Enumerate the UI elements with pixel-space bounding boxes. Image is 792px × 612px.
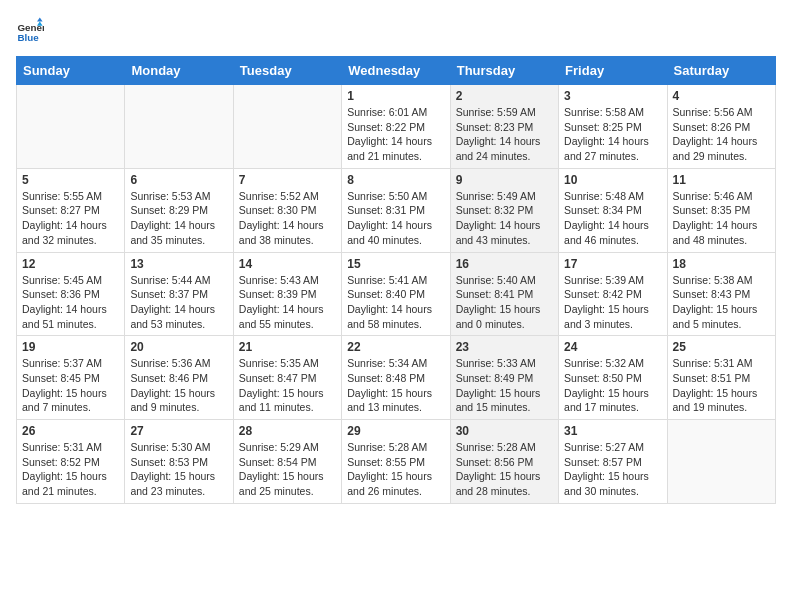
- day-number: 31: [564, 424, 661, 438]
- weekday-header-row: SundayMondayTuesdayWednesdayThursdayFrid…: [17, 57, 776, 85]
- calendar-table: SundayMondayTuesdayWednesdayThursdayFrid…: [16, 56, 776, 504]
- weekday-header-tuesday: Tuesday: [233, 57, 341, 85]
- day-info: Sunrise: 5:50 AM Sunset: 8:31 PM Dayligh…: [347, 189, 444, 248]
- calendar-cell: 21Sunrise: 5:35 AM Sunset: 8:47 PM Dayli…: [233, 336, 341, 420]
- calendar-week-5: 26Sunrise: 5:31 AM Sunset: 8:52 PM Dayli…: [17, 420, 776, 504]
- day-info: Sunrise: 5:28 AM Sunset: 8:56 PM Dayligh…: [456, 440, 553, 499]
- calendar-cell: [125, 85, 233, 169]
- day-number: 6: [130, 173, 227, 187]
- day-info: Sunrise: 5:49 AM Sunset: 8:32 PM Dayligh…: [456, 189, 553, 248]
- day-number: 19: [22, 340, 119, 354]
- day-number: 27: [130, 424, 227, 438]
- calendar-cell: 10Sunrise: 5:48 AM Sunset: 8:34 PM Dayli…: [559, 168, 667, 252]
- day-number: 29: [347, 424, 444, 438]
- calendar-cell: 1Sunrise: 6:01 AM Sunset: 8:22 PM Daylig…: [342, 85, 450, 169]
- calendar-cell: 31Sunrise: 5:27 AM Sunset: 8:57 PM Dayli…: [559, 420, 667, 504]
- day-info: Sunrise: 5:56 AM Sunset: 8:26 PM Dayligh…: [673, 105, 770, 164]
- day-info: Sunrise: 5:38 AM Sunset: 8:43 PM Dayligh…: [673, 273, 770, 332]
- calendar-cell: 13Sunrise: 5:44 AM Sunset: 8:37 PM Dayli…: [125, 252, 233, 336]
- day-number: 15: [347, 257, 444, 271]
- day-number: 30: [456, 424, 553, 438]
- day-info: Sunrise: 6:01 AM Sunset: 8:22 PM Dayligh…: [347, 105, 444, 164]
- day-info: Sunrise: 5:32 AM Sunset: 8:50 PM Dayligh…: [564, 356, 661, 415]
- day-number: 9: [456, 173, 553, 187]
- day-info: Sunrise: 5:37 AM Sunset: 8:45 PM Dayligh…: [22, 356, 119, 415]
- calendar-cell: 4Sunrise: 5:56 AM Sunset: 8:26 PM Daylig…: [667, 85, 775, 169]
- day-number: 1: [347, 89, 444, 103]
- day-info: Sunrise: 5:29 AM Sunset: 8:54 PM Dayligh…: [239, 440, 336, 499]
- day-number: 5: [22, 173, 119, 187]
- calendar-cell: [233, 85, 341, 169]
- calendar-cell: [17, 85, 125, 169]
- day-info: Sunrise: 5:30 AM Sunset: 8:53 PM Dayligh…: [130, 440, 227, 499]
- calendar-cell: 6Sunrise: 5:53 AM Sunset: 8:29 PM Daylig…: [125, 168, 233, 252]
- day-number: 21: [239, 340, 336, 354]
- calendar-cell: 25Sunrise: 5:31 AM Sunset: 8:51 PM Dayli…: [667, 336, 775, 420]
- calendar-cell: 28Sunrise: 5:29 AM Sunset: 8:54 PM Dayli…: [233, 420, 341, 504]
- calendar-cell: 14Sunrise: 5:43 AM Sunset: 8:39 PM Dayli…: [233, 252, 341, 336]
- day-info: Sunrise: 5:45 AM Sunset: 8:36 PM Dayligh…: [22, 273, 119, 332]
- day-number: 22: [347, 340, 444, 354]
- calendar-cell: 20Sunrise: 5:36 AM Sunset: 8:46 PM Dayli…: [125, 336, 233, 420]
- day-info: Sunrise: 5:31 AM Sunset: 8:51 PM Dayligh…: [673, 356, 770, 415]
- day-number: 25: [673, 340, 770, 354]
- day-info: Sunrise: 5:33 AM Sunset: 8:49 PM Dayligh…: [456, 356, 553, 415]
- calendar-cell: 27Sunrise: 5:30 AM Sunset: 8:53 PM Dayli…: [125, 420, 233, 504]
- day-info: Sunrise: 5:46 AM Sunset: 8:35 PM Dayligh…: [673, 189, 770, 248]
- day-number: 12: [22, 257, 119, 271]
- weekday-header-monday: Monday: [125, 57, 233, 85]
- svg-text:Blue: Blue: [17, 32, 39, 43]
- calendar-cell: 3Sunrise: 5:58 AM Sunset: 8:25 PM Daylig…: [559, 85, 667, 169]
- day-info: Sunrise: 5:28 AM Sunset: 8:55 PM Dayligh…: [347, 440, 444, 499]
- day-info: Sunrise: 5:39 AM Sunset: 8:42 PM Dayligh…: [564, 273, 661, 332]
- day-info: Sunrise: 5:36 AM Sunset: 8:46 PM Dayligh…: [130, 356, 227, 415]
- day-number: 24: [564, 340, 661, 354]
- calendar-cell: 11Sunrise: 5:46 AM Sunset: 8:35 PM Dayli…: [667, 168, 775, 252]
- day-info: Sunrise: 5:41 AM Sunset: 8:40 PM Dayligh…: [347, 273, 444, 332]
- day-number: 8: [347, 173, 444, 187]
- calendar-cell: 5Sunrise: 5:55 AM Sunset: 8:27 PM Daylig…: [17, 168, 125, 252]
- day-number: 18: [673, 257, 770, 271]
- day-info: Sunrise: 5:58 AM Sunset: 8:25 PM Dayligh…: [564, 105, 661, 164]
- calendar-week-3: 12Sunrise: 5:45 AM Sunset: 8:36 PM Dayli…: [17, 252, 776, 336]
- day-number: 3: [564, 89, 661, 103]
- calendar-cell: 30Sunrise: 5:28 AM Sunset: 8:56 PM Dayli…: [450, 420, 558, 504]
- day-number: 13: [130, 257, 227, 271]
- day-number: 23: [456, 340, 553, 354]
- logo: General Blue: [16, 16, 48, 44]
- day-info: Sunrise: 5:44 AM Sunset: 8:37 PM Dayligh…: [130, 273, 227, 332]
- day-info: Sunrise: 5:40 AM Sunset: 8:41 PM Dayligh…: [456, 273, 553, 332]
- day-info: Sunrise: 5:43 AM Sunset: 8:39 PM Dayligh…: [239, 273, 336, 332]
- calendar-cell: 24Sunrise: 5:32 AM Sunset: 8:50 PM Dayli…: [559, 336, 667, 420]
- calendar-cell: 9Sunrise: 5:49 AM Sunset: 8:32 PM Daylig…: [450, 168, 558, 252]
- day-info: Sunrise: 5:52 AM Sunset: 8:30 PM Dayligh…: [239, 189, 336, 248]
- calendar-cell: 16Sunrise: 5:40 AM Sunset: 8:41 PM Dayli…: [450, 252, 558, 336]
- day-info: Sunrise: 5:34 AM Sunset: 8:48 PM Dayligh…: [347, 356, 444, 415]
- day-info: Sunrise: 5:27 AM Sunset: 8:57 PM Dayligh…: [564, 440, 661, 499]
- calendar-cell: 8Sunrise: 5:50 AM Sunset: 8:31 PM Daylig…: [342, 168, 450, 252]
- day-number: 28: [239, 424, 336, 438]
- calendar-cell: 15Sunrise: 5:41 AM Sunset: 8:40 PM Dayli…: [342, 252, 450, 336]
- logo-icon: General Blue: [16, 16, 44, 44]
- day-number: 4: [673, 89, 770, 103]
- day-number: 17: [564, 257, 661, 271]
- page-header: General Blue: [16, 16, 776, 44]
- calendar-cell: 2Sunrise: 5:59 AM Sunset: 8:23 PM Daylig…: [450, 85, 558, 169]
- day-number: 14: [239, 257, 336, 271]
- svg-marker-2: [37, 17, 43, 21]
- calendar-cell: 22Sunrise: 5:34 AM Sunset: 8:48 PM Dayli…: [342, 336, 450, 420]
- calendar-cell: 19Sunrise: 5:37 AM Sunset: 8:45 PM Dayli…: [17, 336, 125, 420]
- day-info: Sunrise: 5:55 AM Sunset: 8:27 PM Dayligh…: [22, 189, 119, 248]
- day-info: Sunrise: 5:53 AM Sunset: 8:29 PM Dayligh…: [130, 189, 227, 248]
- day-info: Sunrise: 5:31 AM Sunset: 8:52 PM Dayligh…: [22, 440, 119, 499]
- weekday-header-wednesday: Wednesday: [342, 57, 450, 85]
- calendar-cell: [667, 420, 775, 504]
- calendar-week-2: 5Sunrise: 5:55 AM Sunset: 8:27 PM Daylig…: [17, 168, 776, 252]
- day-number: 2: [456, 89, 553, 103]
- calendar-week-4: 19Sunrise: 5:37 AM Sunset: 8:45 PM Dayli…: [17, 336, 776, 420]
- day-info: Sunrise: 5:48 AM Sunset: 8:34 PM Dayligh…: [564, 189, 661, 248]
- calendar-week-1: 1Sunrise: 6:01 AM Sunset: 8:22 PM Daylig…: [17, 85, 776, 169]
- weekday-header-sunday: Sunday: [17, 57, 125, 85]
- day-number: 10: [564, 173, 661, 187]
- calendar-cell: 7Sunrise: 5:52 AM Sunset: 8:30 PM Daylig…: [233, 168, 341, 252]
